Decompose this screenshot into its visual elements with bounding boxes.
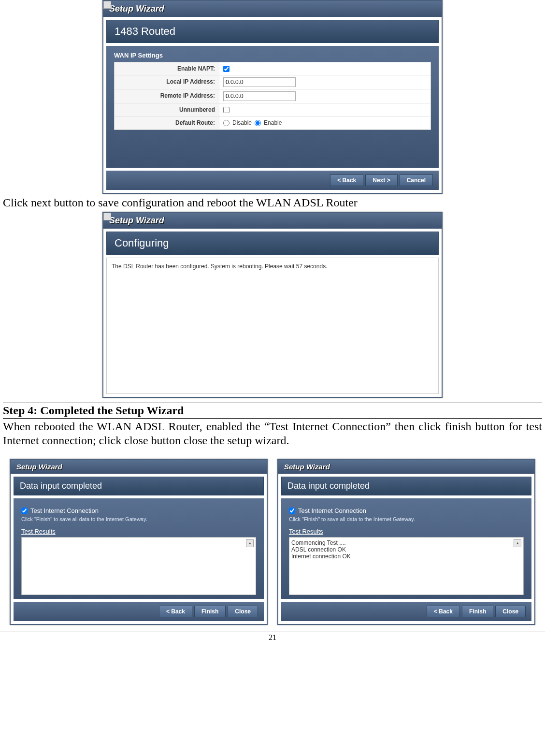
row-enable-napt: Enable NAPT:: [115, 62, 430, 75]
test-results-label-left: Test Results: [21, 528, 256, 535]
label-remote-ip: Remote IP Address:: [115, 89, 219, 103]
back-button-left[interactable]: < Back: [159, 606, 192, 617]
instruction-left: Click "Finish" to save all data to the I…: [21, 516, 256, 522]
input-local-ip[interactable]: [223, 77, 296, 87]
wizard-title-2: Setup Wizard: [103, 213, 442, 229]
finish-button-left[interactable]: Finish: [194, 606, 226, 617]
form-panel: Enable NAPT: Local IP Address: Remote IP…: [114, 62, 431, 130]
instruction-right: Click "Finish" to save all data to the I…: [289, 516, 524, 522]
label-enable: Enable: [264, 119, 282, 126]
test-results-label-right: Test Results: [289, 528, 524, 535]
wizard-configuring: Setup Wizard Configuring The DSL Router …: [102, 212, 443, 398]
checkbox-test-connection-right[interactable]: [289, 508, 295, 514]
checkbox-unnumbered[interactable]: [223, 107, 229, 113]
row-default-route: Default Route: Disable Enable: [115, 116, 430, 130]
step-4-heading: Step 4: Completed the Setup Wizard: [3, 403, 542, 419]
wizard-1483-routed: Setup Wizard 1483 Routed WAN IP Settings…: [102, 0, 443, 194]
wizard-title: Setup Wizard: [103, 1, 442, 17]
instruction-text-2: When rebooted the WLAN ADSL Router, enab…: [3, 420, 542, 448]
config-message: The DSL Router has been configured. Syst…: [106, 258, 439, 394]
row-local-ip: Local IP Address:: [115, 75, 430, 89]
back-button[interactable]: < Back: [330, 174, 363, 186]
wizard-title-4: Setup Wizard: [278, 460, 534, 474]
test-results-right: ▴Commencing Test .... ADSL connection OK…: [289, 537, 524, 595]
close-button-right[interactable]: Close: [495, 606, 526, 617]
wizard-completed-right: Setup Wizard Data input completed Test I…: [277, 459, 535, 625]
row-remote-ip: Remote IP Address:: [115, 89, 430, 103]
checkbox-test-connection-left[interactable]: [21, 508, 28, 514]
scroll-up-icon[interactable]: ▴: [246, 539, 254, 547]
section-header-completed-left: Data input completed: [14, 477, 264, 495]
scroll-corner-icon: [103, 1, 111, 9]
label-disable: Disable: [232, 119, 252, 126]
checkbox-enable-napt[interactable]: [223, 66, 229, 72]
label-enable-napt: Enable NAPT:: [115, 62, 219, 75]
label-test-connection-left: Test Internet Connection: [30, 507, 99, 514]
radio-enable[interactable]: [255, 120, 261, 126]
page-number: 21: [0, 633, 545, 642]
divider: [0, 631, 545, 631]
wizard-completed-left: Setup Wizard Data input completed Test I…: [10, 459, 268, 625]
close-button-left[interactable]: Close: [228, 606, 258, 617]
section-header-1483: 1483 Routed: [106, 20, 439, 43]
label-default-route: Default Route:: [115, 116, 219, 129]
section-header-completed-right: Data input completed: [281, 477, 531, 495]
next-button[interactable]: Next >: [365, 174, 397, 186]
input-remote-ip[interactable]: [223, 91, 296, 101]
button-bar-1: < Back Next > Cancel: [106, 171, 439, 190]
label-local-ip: Local IP Address:: [115, 75, 219, 89]
back-button-right[interactable]: < Back: [427, 606, 460, 617]
label-unnumbered: Unnumbered: [115, 103, 219, 116]
radio-disable[interactable]: [223, 120, 229, 126]
scroll-corner-icon-2: [103, 213, 111, 220]
wan-ip-settings-label: WAN IP Settings: [114, 52, 431, 59]
row-unnumbered: Unnumbered: [115, 103, 430, 116]
wizard-title-3: Setup Wizard: [11, 460, 267, 474]
button-bar-right: < Back Finish Close: [281, 602, 531, 621]
instruction-text-1: Click next button to save configuration …: [3, 196, 542, 210]
cancel-button[interactable]: Cancel: [400, 174, 433, 186]
label-test-connection-right: Test Internet Connection: [298, 507, 366, 514]
test-results-left: ▴: [21, 537, 256, 595]
button-bar-left: < Back Finish Close: [14, 602, 264, 621]
scroll-up-icon-r[interactable]: ▴: [514, 539, 521, 547]
section-header-configuring: Configuring: [106, 232, 439, 255]
finish-button-right[interactable]: Finish: [462, 606, 493, 617]
